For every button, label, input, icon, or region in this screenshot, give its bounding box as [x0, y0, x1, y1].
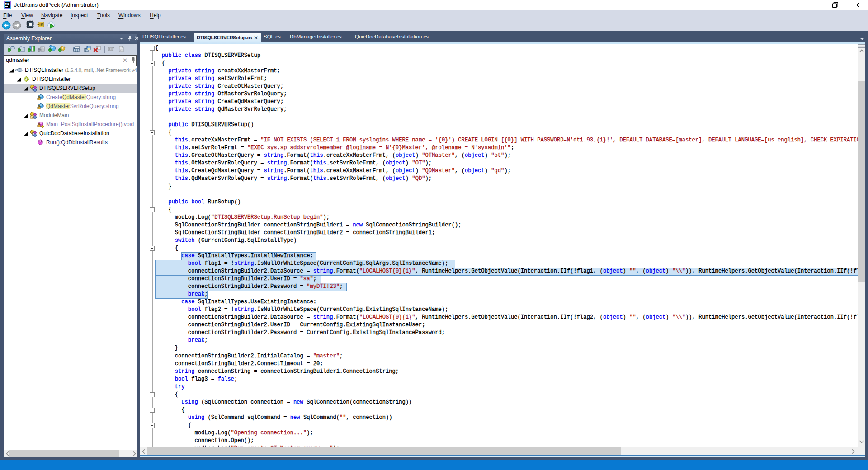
svg-text:#: # [41, 22, 43, 27]
svg-text:PDB: PDB [120, 49, 123, 51]
